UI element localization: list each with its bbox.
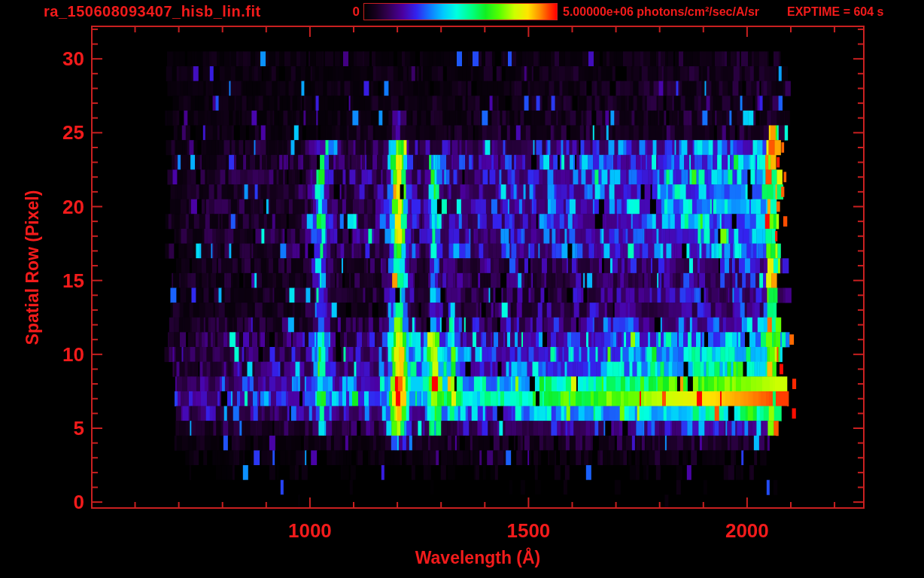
colorbar-gradient — [364, 4, 557, 20]
colorbar-min-label: 0 — [336, 5, 360, 20]
exptime-label: EXPTIME = 604 s — [787, 5, 884, 19]
colorbar-max-label: 5.00000e+06 photons/cm²/sec/A/sr — [563, 5, 759, 19]
spectrogram-heatmap-canvas — [0, 0, 924, 578]
x-axis-title: Wavelength (Å) — [327, 548, 628, 568]
x-tick-label: 2000 — [702, 519, 792, 543]
x-tick-label: 1500 — [483, 519, 573, 543]
colorbar-max-value: 5.00000e+06 — [563, 5, 634, 18]
x-tick-label: 1000 — [265, 519, 355, 543]
colorbar-units: photons/cm²/sec/A/sr — [637, 5, 759, 18]
file-title: ra_150608093407_hisb_lin.fit — [44, 3, 261, 20]
y-axis-title-wrap: Spatial Row (Pixel) — [18, 26, 48, 508]
spectrogram-viewer-window: ra_150608093407_hisb_lin.fit 0 5.00000e+… — [0, 0, 924, 578]
colorbar — [363, 3, 558, 20]
y-axis-title: Spatial Row (Pixel) — [23, 190, 44, 345]
